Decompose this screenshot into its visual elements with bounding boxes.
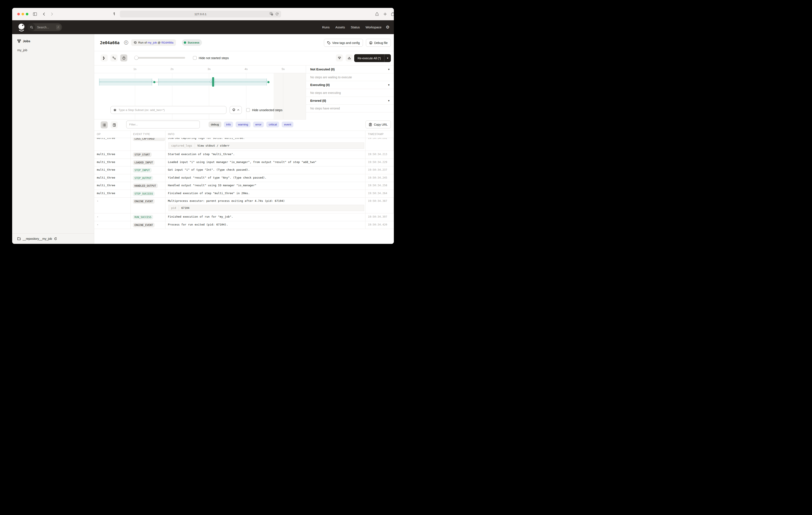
url-text: 127.0.0.1 [195,12,206,16]
hide-unselected-label: Hide unselected steps [252,108,283,112]
list-view-icon [103,123,106,127]
table-row[interactable]: multi_three LOADED_INPUT Loaded input "i… [94,159,394,167]
gantt-marker-dot [267,81,269,83]
table-row[interactable]: - ENGINE_EVENT Process for run exited (p… [94,221,394,229]
log-filter-input[interactable] [126,120,200,129]
level-filter-warning[interactable]: warning [236,121,250,127]
forward-icon[interactable] [50,12,54,16]
axis-tick: 5s [282,67,285,71]
table-row[interactable]: multi_three STEP_INPUT Got input "i" of … [94,166,394,174]
zoom-slider-track[interactable] [134,57,185,59]
panel-section-executing[interactable]: Executing (0) ▼ [306,81,394,89]
reexecute-split-button: Re-execute All (*) ▼ [354,54,391,62]
nav-item-workspace[interactable]: Workspace [366,25,381,29]
chevron-down-icon: ▼ [388,68,390,71]
job-link[interactable]: my_job [148,41,157,44]
level-filter-critical[interactable]: critical [266,121,279,127]
share-icon[interactable] [375,12,379,16]
settings-gear-icon[interactable]: ⚙ [385,25,390,29]
hide-unselected-control: Hide unselected steps [246,108,283,112]
tab-overview-icon[interactable] [391,12,394,16]
panel-section-errored[interactable]: Errored (0) ▼ [306,97,394,105]
sidebar-toggle-icon[interactable] [33,12,37,16]
table-row[interactable]: - RUN_SUCCESS Finished execution of run … [94,213,394,221]
sidebar-item-my-job[interactable]: my_job [17,48,27,52]
zoom-slider-knob[interactable] [134,56,138,60]
new-tab-icon[interactable] [383,12,387,16]
global-search[interactable]: Search... / [28,23,62,31]
commit-link[interactable]: f92d468a [162,41,173,44]
nav-item-assets[interactable]: Assets [336,25,345,29]
log-structured-view-button[interactable] [111,121,118,129]
minimize-window-button[interactable] [22,13,24,16]
axis-tick: 4s [244,67,248,71]
level-filter-error[interactable]: error [253,121,264,127]
run-id: 2e04a66a [100,40,120,45]
gantt-step-bar[interactable] [212,77,214,87]
url-bar[interactable]: 127.0.0.1 A文 [120,11,281,18]
info-icon[interactable]: i [124,40,128,45]
back-icon[interactable] [42,12,46,16]
panel-section-not-executed[interactable]: Not Executed (0) ▼ [306,65,394,73]
run-status-label: Success [187,41,199,44]
table-row[interactable]: multi_three STEP_OUTPUT Yielded output "… [94,174,394,182]
graph-query-toggle-button[interactable] [230,106,242,114]
log-filter-bar: debug info warning error critical event … [94,119,394,131]
search-placeholder: Search... [37,26,56,29]
search-shortcut-key: / [56,25,60,30]
level-filter-event[interactable]: event [282,121,293,127]
hide-not-started-checkbox[interactable] [193,56,197,60]
dagster-logo[interactable] [17,23,26,32]
reexecute-all-button[interactable]: Re-execute All (*) [354,54,384,62]
close-window-button[interactable] [17,13,20,16]
reexecute-dropdown-button[interactable]: ▼ [384,54,391,62]
sidebar: Jobs my_job __repository__my_job [12,34,94,244]
shield-icon [113,12,117,16]
fullscreen-window-button[interactable] [26,13,28,16]
hide-unselected-checkbox[interactable] [246,108,250,112]
nav-item-status[interactable]: Status [351,25,360,29]
hide-not-started-label: Hide not started steps [199,56,229,60]
table-row[interactable]: multi_three STEP_START Started execution… [94,151,394,159]
log-list-view-button[interactable] [100,121,108,129]
jobs-icon [17,39,21,43]
run-of-text: Run of my_job @ f92d468a [138,41,174,44]
debug-file-button[interactable]: Debug file [366,39,391,47]
event-type-badge: STEP_OUTPUT [133,176,153,181]
table-row[interactable]: multi_three HANDLED_OUTPUT Handled outpu… [94,182,394,190]
metadata-table: pid 67104 [169,205,364,211]
view-stdout-link[interactable]: View stdout / stderr [195,143,232,148]
level-filter-debug[interactable]: debug [208,121,221,127]
table-row[interactable]: - ENGINE_EVENT Multiprocess executor: pa… [94,197,394,213]
step-subset-input[interactable] [119,108,224,112]
step-subset-field [111,106,227,114]
reload-repository-icon[interactable] [54,237,57,240]
event-log-table: OP EVENT TYPE INFO TIMESTAMP multi_three… [94,131,394,244]
event-type-badge: LOADED_INPUT [133,160,155,165]
gantt-marker-dot [153,81,155,83]
browser-chrome: 127.0.0.1 A文 [12,8,394,20]
nav-item-runs[interactable]: Runs [322,25,330,29]
folder-icon [17,237,21,240]
collapse-down-button[interactable] [336,54,343,61]
view-tags-config-button[interactable]: View tags and config [324,39,363,47]
table-row[interactable]: multi_three STEP_SUCCESS Finished execut… [94,190,394,198]
history-icon [134,41,137,44]
event-type-badge: LOGS_CAPTURED [133,138,165,141]
translate-icon[interactable]: A文 [269,12,273,17]
timed-view-button[interactable] [120,54,127,61]
repository-name: __repository__my_job [23,237,52,240]
panel-empty-message: No steps are waiting to execute [306,73,394,81]
expand-up-button[interactable] [346,54,353,61]
panel-empty-message: No steps have errored [306,105,394,112]
hide-not-started-control: Hide not started steps [193,56,229,60]
table-row[interactable]: multi_three LOGS_CAPTURED Started captur… [94,138,394,151]
copy-url-button[interactable]: Copy URL [366,120,391,129]
panel-empty-message: No steps are executing [306,89,394,97]
tag-icon [327,41,330,45]
level-filter-info[interactable]: info [224,121,233,127]
flat-view-button[interactable] [100,54,108,61]
reload-icon[interactable] [275,12,279,17]
metadata-label: pid [169,205,179,211]
waterfall-view-button[interactable] [111,54,117,61]
